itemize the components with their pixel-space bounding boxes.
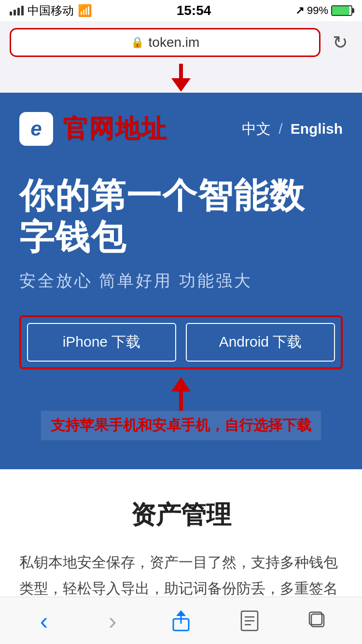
hero-main-title: 你的第一个智能数 字钱包 xyxy=(19,175,343,258)
signal-bars xyxy=(10,6,24,15)
reload-button[interactable]: ↻ xyxy=(328,30,352,55)
signal-bar-4 xyxy=(21,6,24,15)
red-arrow-up-btn xyxy=(167,377,195,411)
status-right: ↗ 99% xyxy=(295,4,352,17)
lock-icon: 🔒 xyxy=(131,36,144,49)
svg-marker-2 xyxy=(171,377,191,392)
battery-percent: 99% xyxy=(307,4,328,17)
tabs-icon xyxy=(308,611,328,630)
nav-bookmarks-button[interactable] xyxy=(230,606,269,635)
signal-bar-1 xyxy=(10,12,12,15)
logo-icon: e xyxy=(19,112,53,146)
carrier-label: 中国移动 xyxy=(28,3,74,18)
bookmarks-icon xyxy=(240,610,259,631)
wifi-icon: 📶 xyxy=(78,4,92,17)
hero-section: e 官网地址 中文 / English 你的第一个智能数 字钱包 安全放心 简单… xyxy=(0,93,362,469)
bottom-nav: ‹ › xyxy=(0,597,362,644)
share-icon xyxy=(172,610,190,631)
site-title: 官网地址 xyxy=(63,112,167,146)
section-title: 资产管理 xyxy=(19,498,343,532)
svg-marker-1 xyxy=(171,78,191,92)
iphone-download-button[interactable]: iPhone 下载 xyxy=(27,323,176,362)
battery-fill xyxy=(332,6,349,15)
lang-en[interactable]: English xyxy=(291,121,343,137)
url-bar[interactable]: 🔒 token.im xyxy=(10,28,320,57)
url-arrow-annotation xyxy=(0,64,362,93)
svg-marker-5 xyxy=(176,610,186,616)
signal-bar-3 xyxy=(17,8,20,15)
hero-title-line1: 你的第一个智能数 xyxy=(19,176,305,215)
back-icon: ‹ xyxy=(40,607,48,635)
download-buttons: iPhone 下载 Android 下载 xyxy=(27,323,335,362)
status-bar: 中国移动 📶 15:54 ↗ 99% xyxy=(0,0,362,21)
url-text[interactable]: token.im xyxy=(149,35,200,50)
nav-share-button[interactable] xyxy=(162,606,200,635)
nav-back-button[interactable]: ‹ xyxy=(25,606,63,635)
red-arrow-down-url xyxy=(167,64,195,93)
location-icon: ↗ xyxy=(295,4,304,17)
download-buttons-wrapper: iPhone 下载 Android 下载 xyxy=(19,315,343,369)
browser-bar: 🔒 token.im ↻ xyxy=(0,21,362,64)
signal-bar-2 xyxy=(14,10,16,15)
hero-header: e 官网地址 中文 / English xyxy=(19,112,343,146)
nav-forward-button[interactable]: › xyxy=(93,606,132,635)
battery-icon xyxy=(331,5,352,16)
lang-zh[interactable]: 中文 xyxy=(242,119,271,139)
logo-char: e xyxy=(30,117,42,140)
nav-tabs-button[interactable] xyxy=(299,606,337,635)
status-time: 15:54 xyxy=(177,3,211,18)
forward-icon: › xyxy=(109,607,117,635)
hero-subtitle: 安全放心 简单好用 功能强大 xyxy=(19,270,343,292)
android-download-button[interactable]: Android 下载 xyxy=(186,323,335,362)
annotation-text: 支持苹果手机和安卓手机，自行选择下载 xyxy=(41,411,321,440)
status-left: 中国移动 📶 xyxy=(10,3,92,18)
button-arrow-annotation: 支持苹果手机和安卓手机，自行选择下载 xyxy=(19,377,343,440)
download-section: iPhone 下载 Android 下载 xyxy=(19,315,343,369)
hero-title-line2: 字钱包 xyxy=(19,218,126,256)
lang-divider: / xyxy=(278,121,282,137)
lang-switcher: 中文 / English xyxy=(242,119,343,139)
